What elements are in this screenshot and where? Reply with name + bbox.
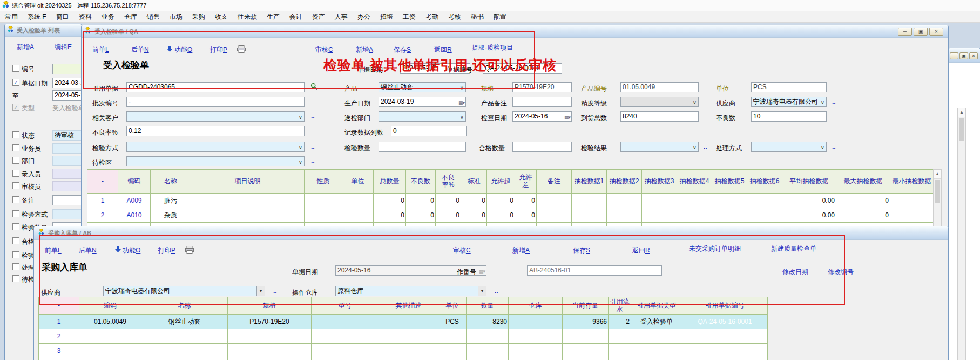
filter-checkbox-pending-area[interactable] [12,275,19,282]
cell[interactable] [312,344,379,358]
restore-button[interactable] [959,52,968,59]
cell[interactable]: 0 [487,194,515,208]
cell[interactable] [509,315,563,329]
table-row[interactable]: 3 [39,344,768,358]
inspect-dept-combo[interactable] [379,111,466,122]
cell[interactable] [342,194,374,208]
menu-item[interactable]: 会计 [285,11,307,23]
cell[interactable] [677,208,712,223]
qualified-qty-input[interactable] [512,142,572,152]
filter-inspect-method-input[interactable] [52,209,82,219]
cell[interactable]: 0 [374,194,406,208]
modify-date-link[interactable]: 修改日期 [782,268,808,277]
column-header[interactable]: 编码 [79,297,141,315]
column-header[interactable]: 抽检数据1 [572,170,607,194]
menu-item[interactable]: 考勤 [421,11,443,23]
cell[interactable]: 脏污 [151,194,191,208]
cell[interactable] [712,194,747,208]
printer-icon[interactable] [237,45,246,55]
cell[interactable]: P1570-19E20 [228,315,312,329]
column-header[interactable]: 单位 [438,297,467,315]
restore-button[interactable] [914,28,928,36]
column-header[interactable]: 引用单据类型 [631,297,682,315]
supplier-combo[interactable]: 宁波瑞奇电器有限公司 [103,286,265,296]
new-qc-doc-button[interactable]: 新建质量检查单 [771,244,816,254]
unit-input[interactable]: PCS [751,82,827,92]
lookup-magnifier-icon[interactable] [310,83,318,92]
cell[interactable]: QA-24-05-16-0001 [682,315,768,329]
printer-icon[interactable] [185,246,194,255]
inspect-result-combo[interactable] [620,142,699,152]
menu-item[interactable]: 人事 [330,11,353,23]
cell[interactable] [141,329,228,344]
inspect-qty-input[interactable] [379,142,466,152]
cell[interactable]: 2 [609,315,631,329]
cell[interactable]: PCS [438,315,467,329]
menu-item[interactable]: 资产 [307,11,330,23]
cell[interactable] [79,344,141,358]
cell[interactable]: 0 [836,208,890,223]
filter-checkbox-handle-method[interactable] [12,263,19,270]
cell[interactable] [890,208,934,223]
modify-number-link[interactable]: 修改编号 [828,268,854,277]
cell[interactable]: 0 [436,194,461,208]
warehouse-combo[interactable]: 原料仓库 [335,286,486,296]
ab-window-title-bar[interactable]: 采购入库单 / AB [34,226,948,240]
filter-auditor-input[interactable] [52,181,82,191]
cell[interactable] [682,329,768,344]
minimize-button[interactable] [898,28,912,36]
cell[interactable]: 3 [39,344,79,358]
product-combo[interactable]: 钢丝止动套 [379,82,466,92]
cell[interactable] [379,344,438,358]
filter-checkbox-qualified-qty[interactable] [12,237,19,244]
cell[interactable] [379,315,438,329]
column-header[interactable]: 型号 [312,297,379,315]
defect-rate-input[interactable]: 0.12 [126,126,305,136]
column-header[interactable]: 抽检数据4 [677,170,712,194]
menu-item[interactable]: 市场 [165,11,187,23]
cell[interactable]: 0 [461,194,487,208]
pending-po-detail-button[interactable]: 未交采购订单明细 [689,244,741,254]
cell[interactable] [312,329,379,344]
cell[interactable] [563,329,609,344]
filter-checkbox-doc-date[interactable]: ✓ [12,79,19,86]
filter-status-input[interactable]: 待审核 [52,130,82,141]
edit-button[interactable]: 编辑E [55,43,72,52]
warehouse-lookup-dots[interactable] [495,287,498,295]
cell[interactable] [747,208,782,223]
column-header[interactable]: 不良率% [436,170,461,194]
cell[interactable]: 2 [87,208,118,223]
cell[interactable] [631,344,682,358]
cell[interactable]: 01.05.0049 [79,315,141,329]
customer-lookup-dots[interactable] [311,112,315,120]
menu-item[interactable]: 工资 [398,11,421,23]
filter-number-input[interactable] [52,64,82,74]
menu-item[interactable]: 资料 [74,11,97,23]
pending-area-combo[interactable] [126,156,305,166]
cell[interactable]: 1 [39,315,79,329]
menu-item[interactable]: 系统 F [23,11,51,23]
supplier-lookup-dots[interactable] [273,287,277,295]
column-header[interactable]: 数量 [467,297,509,315]
column-header[interactable]: 抽检数据6 [747,170,782,194]
column-header[interactable]: 总数量 [374,170,406,194]
cell[interactable]: 0 [515,208,537,223]
cell[interactable]: A009 [118,194,151,208]
column-header[interactable]: 抽检数据3 [642,170,677,194]
add-button[interactable]: 新增A [512,246,530,255]
cell[interactable]: 0 [836,194,890,208]
column-header[interactable]: - [87,170,118,194]
cell[interactable] [509,344,563,358]
function-menu-button[interactable]: 功能O [123,246,140,255]
menu-item[interactable]: 往来款 [233,11,262,23]
filter-remark-input[interactable] [52,195,82,205]
minimize-button[interactable] [950,52,958,59]
cell[interactable] [191,208,305,223]
cell[interactable] [438,344,467,358]
filter-checkbox-number[interactable] [12,65,19,72]
work-number-input[interactable]: AB-240516-01 [527,265,662,276]
close-button[interactable] [929,28,943,36]
menu-item[interactable]: 收支 [210,11,233,23]
column-header[interactable]: 名称 [141,297,228,315]
cell[interactable]: 8230 [467,315,509,329]
